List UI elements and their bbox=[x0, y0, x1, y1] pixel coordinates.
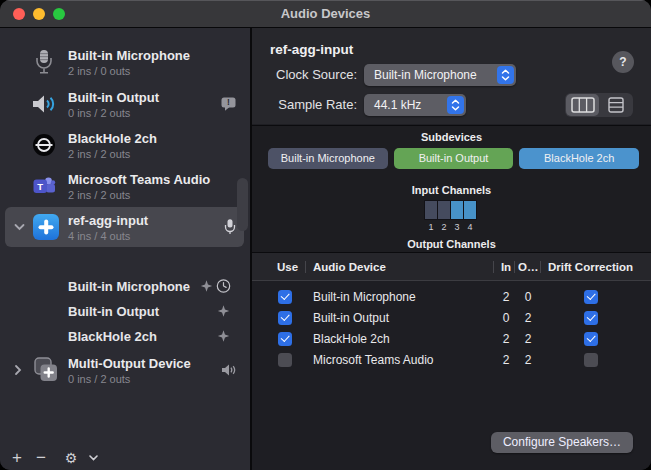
device-io-detail: 4 ins / 4 outs bbox=[68, 229, 148, 243]
row-device-name: Built-in Output bbox=[313, 308, 389, 329]
row-in-count: 0 bbox=[496, 308, 516, 329]
input-channel-cell bbox=[451, 201, 463, 219]
row-out-count: 0 bbox=[516, 287, 540, 308]
device-io-detail: 2 ins / 2 outs bbox=[68, 188, 210, 202]
subdevice-pill-built-in-output[interactable]: Built-in Output bbox=[394, 148, 514, 169]
configure-speakers-button[interactable]: Configure Speakers… bbox=[491, 432, 633, 453]
row-out-count: 2 bbox=[516, 350, 540, 371]
gear-chevron-down-icon[interactable] bbox=[86, 447, 100, 469]
input-channel-numbers: 1 2 3 4 bbox=[424, 221, 477, 233]
window-title: Audio Devices bbox=[0, 0, 651, 28]
row-device-name: Microsoft Teams Audio bbox=[313, 350, 434, 371]
speaker-indicator-icon bbox=[221, 364, 236, 377]
table-row: BlackHole 2ch 2 2 bbox=[252, 329, 651, 350]
input-channel-cell bbox=[438, 201, 450, 219]
device-io-detail: 2 ins / 0 outs bbox=[68, 64, 190, 78]
blackhole-icon bbox=[28, 133, 60, 157]
row-in-count: 2 bbox=[496, 329, 516, 350]
titlebar: Audio Devices bbox=[0, 0, 651, 28]
drift-correction-checkbox[interactable] bbox=[584, 353, 598, 367]
device-io-detail: 0 ins / 2 outs bbox=[68, 372, 191, 386]
device-row-blackhole-2ch[interactable]: BlackHole 2ch 2 ins / 2 outs bbox=[0, 125, 250, 165]
svg-text:T: T bbox=[37, 181, 43, 192]
input-channel-cell bbox=[464, 201, 476, 219]
svg-text:!: ! bbox=[227, 97, 230, 107]
device-detail-header: ref-agg-input ? Clock Source: Built-in M… bbox=[252, 28, 651, 124]
teams-icon: T bbox=[28, 175, 60, 197]
view-segmented-control bbox=[565, 93, 633, 117]
device-name: ref-agg-input bbox=[68, 212, 148, 229]
use-checkbox[interactable] bbox=[278, 290, 292, 304]
aggregate-device-icon bbox=[30, 214, 62, 240]
add-device-button[interactable]: + bbox=[8, 447, 26, 469]
clock-source-label: Clock Source: bbox=[262, 67, 357, 83]
table-row: Microsoft Teams Audio 2 2 bbox=[252, 350, 651, 371]
sample-rate-value: 44.1 kHz bbox=[374, 98, 421, 112]
subdevice-pills: Built-in Microphone Built-in Output Blac… bbox=[268, 148, 639, 169]
row-in-count: 2 bbox=[496, 350, 516, 371]
microphone-icon bbox=[28, 49, 60, 75]
device-row-built-in-microphone[interactable]: Built-in Microphone 2 ins / 0 outs bbox=[0, 42, 250, 82]
popup-stepper-icon bbox=[447, 96, 464, 114]
input-channels-heading: Input Channels bbox=[252, 184, 651, 196]
row-device-name: BlackHole 2ch bbox=[313, 329, 390, 350]
microphone-indicator-icon bbox=[224, 219, 236, 236]
device-row-ref-agg-input-selected[interactable]: ref-agg-input 4 ins / 4 outs bbox=[0, 207, 250, 247]
device-name: Built-in Output bbox=[68, 89, 159, 106]
device-name: Microsoft Teams Audio bbox=[68, 171, 210, 188]
page-title: ref-agg-input bbox=[270, 42, 353, 57]
subdevice-pill-blackhole-2ch[interactable]: BlackHole 2ch bbox=[519, 148, 639, 169]
input-channel-strip bbox=[424, 200, 477, 220]
clock-source-icon bbox=[216, 279, 231, 294]
subdevice-pill-built-in-microphone[interactable]: Built-in Microphone bbox=[268, 148, 388, 169]
device-row-multi-output-device[interactable]: Multi-Output Device 0 ins / 2 outs bbox=[0, 350, 250, 390]
output-channels-heading: Output Channels bbox=[252, 238, 651, 250]
device-io-detail: 2 ins / 2 outs bbox=[68, 147, 157, 161]
device-name: Multi-Output Device bbox=[68, 355, 191, 372]
chevron-right-icon[interactable] bbox=[14, 365, 22, 376]
drift-correction-checkbox[interactable] bbox=[584, 332, 598, 346]
use-checkbox[interactable] bbox=[278, 353, 292, 367]
device-row-built-in-output[interactable]: Built-in Output 0 ins / 2 outs ! bbox=[0, 84, 250, 124]
rows-view-button[interactable] bbox=[599, 94, 632, 116]
drift-correction-checkbox[interactable] bbox=[584, 290, 598, 304]
row-device-name: Built-in Microphone bbox=[313, 287, 416, 308]
column-header-use: Use bbox=[277, 253, 298, 281]
audio-devices-window: Audio Devices Built-in Microphone 2 ins … bbox=[0, 0, 651, 470]
subdevice-row-built-in-microphone[interactable]: Built-in Microphone bbox=[0, 274, 250, 298]
help-button[interactable]: ? bbox=[612, 51, 634, 73]
subdevices-heading: Subdevices bbox=[252, 131, 651, 143]
sidebar-scrollbar[interactable] bbox=[237, 178, 248, 231]
subdevice-name: Built-in Microphone bbox=[68, 279, 190, 294]
drift-correction-checkbox[interactable] bbox=[584, 311, 598, 325]
column-header-out: O… bbox=[518, 253, 538, 281]
device-name: Built-in Microphone bbox=[68, 47, 190, 64]
input-channel-cell bbox=[425, 201, 437, 219]
remove-device-button[interactable]: − bbox=[32, 447, 50, 469]
device-row-microsoft-teams-audio[interactable]: T Microsoft Teams Audio 2 ins / 2 outs bbox=[0, 166, 250, 206]
drift-sparkle-icon bbox=[217, 305, 230, 318]
subdevice-row-built-in-output[interactable]: Built-in Output bbox=[0, 299, 250, 323]
subdevices-section: Subdevices Built-in Microphone Built-in … bbox=[252, 125, 651, 252]
chevron-down-icon[interactable] bbox=[14, 223, 25, 231]
sidebar-toolbar: + − ⚙ bbox=[0, 446, 250, 470]
column-header-in: In bbox=[497, 253, 515, 281]
speaker-output-icon bbox=[28, 92, 60, 116]
clock-source-popup[interactable]: Built-in Microphone bbox=[364, 64, 516, 86]
device-sidebar: Built-in Microphone 2 ins / 0 outs Built… bbox=[0, 28, 250, 470]
device-name: BlackHole 2ch bbox=[68, 130, 157, 147]
device-io-detail: 0 ins / 2 outs bbox=[68, 106, 159, 120]
sample-rate-popup[interactable]: 44.1 kHz bbox=[364, 94, 466, 116]
use-checkbox[interactable] bbox=[278, 311, 292, 325]
drift-sparkle-icon bbox=[200, 280, 213, 293]
table-row: Built-in Output 0 2 bbox=[252, 308, 651, 329]
gear-icon[interactable]: ⚙ bbox=[62, 447, 80, 469]
sample-rate-label: Sample Rate: bbox=[262, 97, 357, 113]
clock-source-value: Built-in Microphone bbox=[374, 68, 477, 82]
column-header-audio-device: Audio Device bbox=[313, 253, 386, 281]
columns-view-button[interactable] bbox=[566, 94, 599, 116]
alert-bubble-icon[interactable]: ! bbox=[221, 97, 236, 111]
subdevice-table: Built-in Microphone 2 0 Built-in Output … bbox=[252, 282, 651, 470]
row-in-count: 2 bbox=[496, 287, 516, 308]
use-checkbox[interactable] bbox=[278, 332, 292, 346]
